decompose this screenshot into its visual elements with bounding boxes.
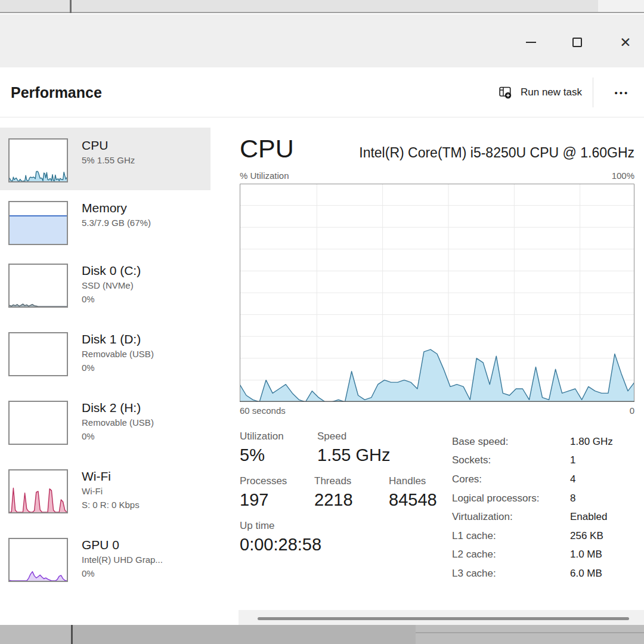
cpu-utilization-chart-svg — [240, 184, 634, 402]
sidebar-item-disk2[interactable]: Disk 2 (H:) Removable (USB) 0% — [0, 390, 236, 459]
spec-row: Logical processors: 8 — [452, 489, 634, 508]
stat-value-speed: 1.55 GHz — [317, 445, 391, 465]
sidebar-item-detail: Removable (USB) — [82, 416, 154, 429]
spec-label: Virtualization: — [452, 511, 570, 523]
chart-y-max-label: 100% — [612, 171, 634, 181]
sidebar-item-memory[interactable]: Memory 5.3/7.9 GB (67%) — [0, 190, 236, 253]
horizontal-scrollbar-thumb[interactable] — [258, 617, 629, 620]
spec-value: 8 — [570, 493, 575, 504]
stat-value-processes: 197 — [240, 490, 314, 510]
spec-row: L1 cache: 256 KB — [452, 527, 634, 546]
cpu-spec-table: Base speed: 1.80 GHz Sockets: 1 Cores: 4… — [452, 431, 634, 583]
ellipsis-icon: ••• — [615, 88, 630, 98]
wifi-mini-graph — [8, 469, 68, 513]
maximize-icon — [572, 38, 582, 47]
disk2-mini-graph — [8, 401, 68, 445]
sidebar-item-detail: 0% — [82, 361, 154, 374]
gpu0-mini-graph — [8, 538, 68, 582]
sidebar-item-detail: 0% — [82, 566, 163, 580]
sidebar-item-wifi[interactable]: Wi-Fi Wi-Fi S: 0 R: 0 Kbps — [0, 459, 236, 527]
sidebar-item-label: CPU — [82, 137, 135, 153]
stat-label-threads: Threads — [314, 475, 389, 487]
stat-label-utilization: Utilization — [240, 431, 317, 442]
stat-value-utilization: 5% — [240, 445, 317, 465]
performance-sidebar: CPU 5% 1.55 GHz Memory 5.3/7.9 GB (67%) … — [0, 128, 236, 596]
spec-value: 256 KB — [570, 530, 603, 542]
sidebar-item-detail: S: 0 R: 0 Kbps — [82, 498, 140, 512]
sidebar-item-label: Disk 0 (C:) — [82, 262, 141, 278]
sidebar-item-label: Wi-Fi — [82, 468, 140, 484]
spec-row: Sockets: 1 — [452, 451, 634, 470]
spec-row: Base speed: 1.80 GHz — [452, 432, 634, 451]
titlebar: ✕ — [0, 14, 644, 67]
device-subtitle: Intel(R) Core(TM) i5-8250U CPU @ 1.60GHz — [359, 145, 634, 161]
cpu-utilization-chart — [240, 184, 634, 402]
more-options-button[interactable]: ••• — [605, 78, 639, 107]
background-window-bottom-strip — [0, 625, 644, 644]
spec-label: L1 cache: — [452, 530, 570, 542]
background-window-line — [416, 632, 644, 633]
sidebar-item-detail: 0% — [82, 429, 154, 443]
sidebar-item-detail: 0% — [82, 292, 141, 306]
chart-y-axis-label: % Utilization — [240, 171, 289, 181]
chart-x-left-label: 60 seconds — [240, 405, 286, 416]
sidebar-item-label: Disk 2 (H:) — [82, 400, 154, 416]
background-window-segment — [0, 625, 71, 644]
run-new-task-button[interactable]: Run new task — [499, 78, 582, 107]
sidebar-item-cpu[interactable]: CPU 5% 1.55 GHz — [0, 128, 236, 190]
run-new-task-label: Run new task — [521, 86, 582, 98]
spec-value: Enabled — [570, 511, 607, 523]
background-window-segment — [598, 0, 644, 12]
sidebar-item-detail: Intel(R) UHD Grap... — [82, 553, 163, 566]
horizontal-scrollbar[interactable] — [239, 610, 644, 626]
device-title: CPU — [240, 134, 294, 163]
minimize-icon — [526, 42, 536, 43]
window-plus-icon — [499, 86, 513, 99]
background-window-divider — [70, 0, 72, 13]
sidebar-item-detail: Wi-Fi — [82, 484, 140, 498]
page-title: Performance — [11, 67, 102, 117]
sidebar-item-disk0[interactable]: Disk 0 (C:) SSD (NVMe) 0% — [0, 253, 236, 321]
disk0-mini-graph — [8, 264, 68, 308]
background-window-segment — [416, 625, 644, 644]
spec-value: 4 — [570, 473, 575, 485]
spec-label: Logical processors: — [452, 493, 570, 504]
spec-label: Sockets: — [452, 454, 570, 466]
performance-content: CPU 5% 1.55 GHz Memory 5.3/7.9 GB (67%) … — [0, 117, 644, 625]
disk1-mini-graph — [8, 332, 68, 376]
sidebar-item-detail: 5% 1.55 GHz — [82, 153, 135, 167]
close-button[interactable]: ✕ — [609, 31, 642, 54]
sidebar-item-detail: Removable (USB) — [82, 347, 154, 361]
spec-label: L2 cache: — [452, 549, 570, 561]
sidebar-item-disk1[interactable]: Disk 1 (D:) Removable (USB) 0% — [0, 321, 236, 390]
close-icon: ✕ — [620, 36, 631, 49]
stat-value-handles: 84548 — [389, 490, 437, 510]
spec-label: L3 cache: — [452, 568, 570, 580]
page-header: Performance Run new task ••• — [0, 67, 644, 117]
stat-label-uptime: Up time — [240, 520, 275, 532]
maximize-button[interactable] — [561, 31, 594, 54]
stat-value-threads: 2218 — [314, 490, 389, 510]
stat-value-uptime: 0:00:28:58 — [240, 535, 321, 555]
stat-label-handles: Handles — [389, 475, 426, 487]
spec-row: Virtualization: Enabled — [452, 507, 634, 527]
spec-value: 6.0 MB — [570, 568, 602, 580]
background-window-top-strip — [0, 0, 644, 13]
sidebar-item-label: Disk 1 (D:) — [82, 331, 154, 347]
background-window-divider — [71, 625, 73, 644]
memory-mini-graph — [8, 201, 68, 245]
spec-row: L3 cache: 6.0 MB — [452, 564, 634, 583]
spec-row: L2 cache: 1.0 MB — [452, 546, 634, 565]
spec-value: 1.0 MB — [570, 549, 602, 561]
spec-label: Base speed: — [452, 436, 570, 448]
sidebar-item-detail: 5.3/7.9 GB (67%) — [82, 216, 151, 230]
cpu-mini-graph — [8, 138, 68, 182]
spec-value: 1.80 GHz — [570, 436, 613, 448]
sidebar-item-label: Memory — [82, 200, 151, 216]
cpu-stats: Utilization Speed 5% 1.55 GHz Processes … — [240, 431, 452, 583]
chart-x-right-label: 0 — [630, 405, 634, 416]
minimize-button[interactable] — [514, 31, 547, 54]
spec-value: 1 — [570, 454, 575, 466]
sidebar-item-gpu0[interactable]: GPU 0 Intel(R) UHD Grap... 0% — [0, 527, 236, 596]
spec-label: Cores: — [452, 473, 570, 485]
